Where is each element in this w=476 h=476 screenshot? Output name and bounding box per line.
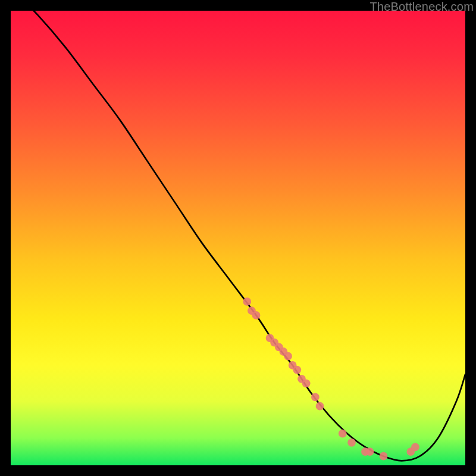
scatter-point xyxy=(380,452,388,461)
scatter-point xyxy=(284,352,292,361)
scatter-point xyxy=(252,311,261,320)
scatter-point xyxy=(302,380,311,388)
plot-area xyxy=(11,11,465,465)
scatter-point xyxy=(243,298,251,306)
scatter-point xyxy=(293,366,301,374)
curve-svg xyxy=(11,11,465,465)
bottleneck-curve-path xyxy=(11,0,465,461)
scatter-point xyxy=(339,430,347,438)
chart-stage: TheBottleneck.com xyxy=(0,0,476,476)
scatter-point xyxy=(347,439,356,447)
scatter-point xyxy=(366,447,374,456)
scatter-point xyxy=(316,402,324,411)
scatter-point xyxy=(411,443,419,452)
scatter-markers xyxy=(243,298,419,461)
scatter-point xyxy=(311,393,320,402)
